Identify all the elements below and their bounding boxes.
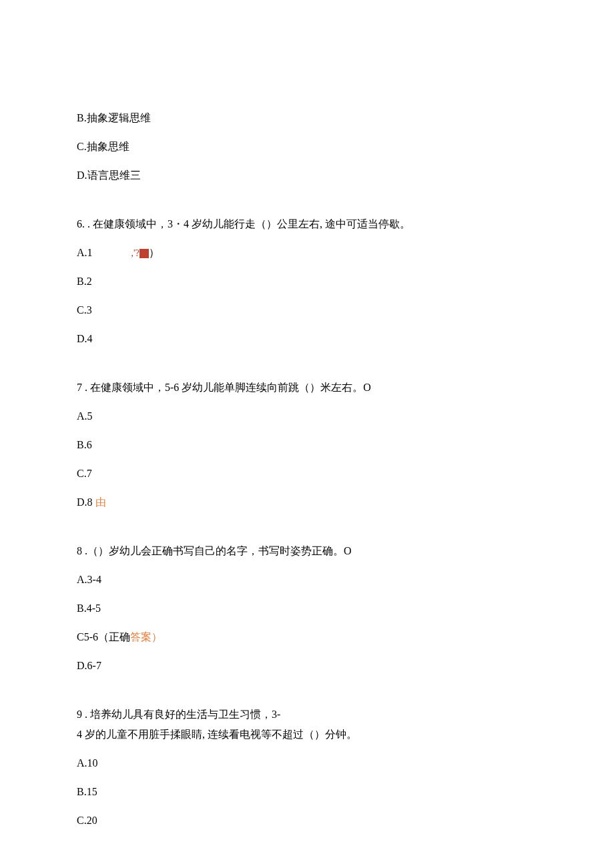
block-icon — [139, 249, 149, 258]
document-page: B.抽象逻辑思维 C.抽象思维 D.语言思维三 6. . 在健康领域中，3・4 … — [0, 0, 614, 868]
q5-option-c: C.抽象思维 — [77, 139, 537, 155]
q9-stem-line1: 9 . 培养幼儿具有良好的生活与卫生习惯，3- — [77, 707, 537, 723]
q9-option-b: B.15 — [77, 784, 537, 800]
q9-option-c: C.20 — [77, 813, 537, 829]
spacer — [77, 360, 537, 380]
q8-option-c-prefix: C5-6（正确 — [77, 631, 130, 642]
q5-option-d: D.语言思维三 — [77, 167, 537, 183]
q9-stem-line2: 4 岁的儿童不用脏手揉眼睛, 连续看电视等不超过（）分钟。 — [77, 727, 537, 743]
q8-option-c-answer: 答案） — [130, 631, 162, 642]
q6-option-a-prefix: A.1 — [77, 247, 93, 258]
q8-option-c: C5-6（正确答案） — [77, 629, 537, 645]
q6-option-a-paren: ） — [149, 247, 160, 258]
q6-stem: 6. . 在健康领域中，3・4 岁幼儿能行走（）公里左右, 途中可适当停歇。 — [77, 216, 537, 232]
q7-option-d-mark: 由 — [95, 496, 106, 508]
q7-option-a: A.5 — [77, 408, 537, 424]
q8-option-b: B.4-5 — [77, 600, 537, 616]
q7-option-c: C.7 — [77, 466, 537, 482]
q5-option-b: B.抽象逻辑思维 — [77, 110, 537, 126]
spacer — [77, 196, 537, 216]
q8-stem: 8 .（）岁幼儿会正确书写自己的名字，书写时姿势正确。O — [77, 543, 537, 559]
spacer — [77, 523, 537, 543]
q6-option-c: C.3 — [77, 302, 537, 318]
q6-option-b: B.2 — [77, 274, 537, 290]
q7-stem: 7 . 在健康领域中，5-6 岁幼儿能单脚连续向前跳（）米左右。O — [77, 380, 537, 396]
q8-option-d: D.6-7 — [77, 658, 537, 674]
q7-option-d: D.8 由 — [77, 494, 537, 510]
q6-option-d: D.4 — [77, 331, 537, 347]
q7-option-b: B.6 — [77, 437, 537, 453]
q8-option-a: A.3-4 — [77, 572, 537, 588]
spacer — [77, 687, 537, 707]
q9-option-a: A.10 — [77, 755, 537, 771]
q6-option-a: A.1,'?） — [77, 245, 537, 261]
q6-option-a-mark: ,'? — [131, 248, 139, 258]
q7-option-d-prefix: D.8 — [77, 496, 95, 508]
